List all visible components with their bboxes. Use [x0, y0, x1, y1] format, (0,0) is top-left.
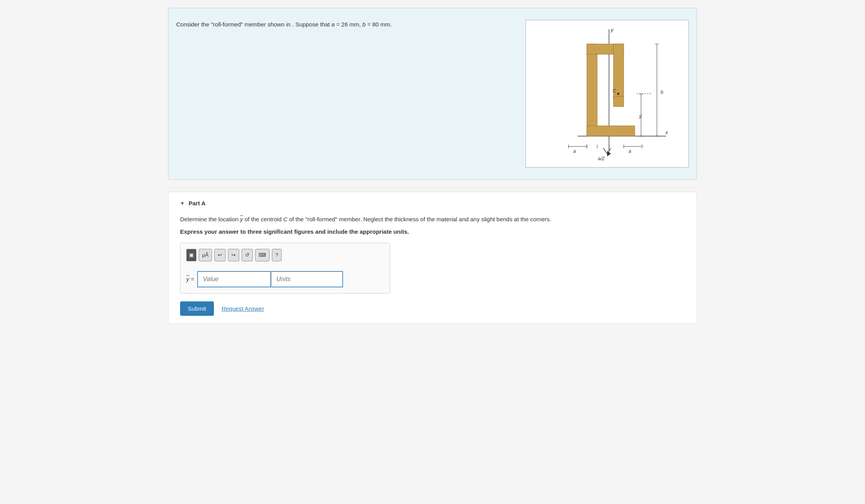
mu-icon: μÅ [202, 252, 208, 258]
page-container: Consider the "roll-formed" member shown … [160, 0, 705, 332]
reset-icon: ↺ [245, 252, 249, 258]
svg-rect-9 [613, 96, 624, 107]
request-answer-button[interactable]: Request Answer [222, 305, 264, 312]
undo-button[interactable]: ↩ [214, 249, 226, 261]
redo-button[interactable]: ↪ [228, 249, 239, 261]
svg-rect-8 [587, 126, 635, 136]
svg-rect-5 [587, 44, 597, 136]
keyboard-icon: ⌨ [259, 252, 266, 258]
svg-text:C: C [613, 88, 616, 94]
value-input[interactable] [197, 271, 271, 287]
problem-statement: Consider the "roll-formed" member shown … [176, 21, 331, 28]
toolbar: ▣ μÅ ↩ ↪ ↺ ⌨ ? [186, 249, 384, 265]
grid-button[interactable]: ▣ [186, 249, 196, 261]
help-button[interactable]: ? [272, 249, 282, 261]
equals-b: = 80 mm. [367, 21, 392, 28]
submit-button[interactable]: Submit [180, 301, 214, 316]
input-row: y = [186, 271, 384, 287]
help-icon: ? [275, 252, 278, 258]
submit-row: Submit Request Answer [180, 301, 685, 316]
keyboard-button[interactable]: ⌨ [255, 249, 270, 261]
diagram-container: y x [525, 20, 689, 168]
undo-icon: ↩ [218, 252, 222, 258]
units-input[interactable] [271, 271, 343, 287]
param-b: b [362, 21, 366, 28]
part-a-section: ▼ Part A Determine the location y of the… [168, 192, 697, 324]
param-a: a [331, 21, 334, 28]
equals-a: = 26 mm, [336, 21, 362, 28]
grid-icon: ▣ [189, 252, 194, 258]
mu-button[interactable]: μÅ [199, 249, 212, 261]
redo-icon: ↪ [231, 252, 236, 258]
question-text: Determine the location y of the centroid… [180, 214, 685, 224]
svg-text:a: a [629, 149, 631, 154]
svg-text:a/2: a/2 [598, 156, 604, 161]
question-instruction: Express your answer to three significant… [180, 228, 685, 235]
problem-box: Consider the "roll-formed" member shown … [168, 8, 697, 180]
part-a-header[interactable]: ▼ Part A [180, 200, 685, 206]
reset-button[interactable]: ↺ [242, 249, 253, 261]
collapse-arrow-icon: ▼ [180, 201, 185, 206]
section-divider [168, 187, 697, 188]
diagram-svg: y x [530, 24, 685, 163]
svg-text:b: b [660, 89, 663, 95]
problem-text: Consider the "roll-formed" member shown … [176, 20, 518, 29]
svg-point-10 [617, 93, 620, 95]
svg-text:a: a [573, 149, 576, 154]
part-a-label: Part A [189, 200, 206, 206]
y-bar-label: y = [186, 276, 194, 282]
answer-box: ▣ μÅ ↩ ↪ ↺ ⌨ ? [180, 243, 390, 294]
